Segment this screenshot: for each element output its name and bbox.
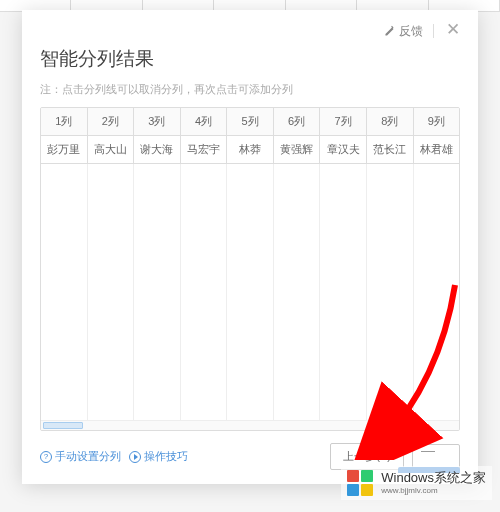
feedback-link[interactable]: 反馈 — [383, 23, 423, 40]
scrollbar-thumb[interactable] — [43, 422, 83, 429]
col-header: 6列 — [274, 108, 321, 135]
table-cell: 高大山 — [88, 136, 135, 163]
windows-logo-icon — [347, 470, 377, 496]
table-cell: 马宏宇 — [181, 136, 228, 163]
preview-table[interactable]: 1列 2列 3列 4列 5列 6列 7列 8列 9列 彭万里 高大山 谢大海 马… — [40, 107, 460, 431]
col-header: 4列 — [181, 108, 228, 135]
feedback-label: 反馈 — [399, 23, 423, 40]
col-header: 1列 — [41, 108, 88, 135]
col-header: 8列 — [367, 108, 414, 135]
tips-link[interactable]: 操作技巧 — [129, 449, 188, 464]
dialog-note: 注：点击分列线可以取消分列，再次点击可添加分列 — [40, 82, 460, 97]
gear-icon — [40, 451, 52, 463]
table-cell: 范长江 — [367, 136, 414, 163]
edit-icon — [383, 25, 396, 38]
table-cell: 林莽 — [227, 136, 274, 163]
divider — [433, 24, 434, 38]
col-header: 9列 — [414, 108, 460, 135]
col-header: 2列 — [88, 108, 135, 135]
watermark: Windows系统之家 www.bjjmlv.com — [341, 466, 492, 500]
col-header: 3列 — [134, 108, 181, 135]
dialog-title: 智能分列结果 — [40, 46, 460, 72]
table-cell: 谢大海 — [134, 136, 181, 163]
table-empty-area[interactable] — [41, 164, 459, 420]
table-cell: 彭万里 — [41, 136, 88, 163]
watermark-url: www.bjjmlv.com — [381, 486, 486, 496]
horizontal-scrollbar[interactable] — [41, 420, 459, 430]
table-row: 彭万里 高大山 谢大海 马宏宇 林莽 黄强辉 章汉夫 范长江 林君雄 — [41, 136, 459, 164]
watermark-title: Windows系统之家 — [381, 470, 486, 486]
col-header: 7列 — [320, 108, 367, 135]
table-header-row: 1列 2列 3列 4列 5列 6列 7列 8列 9列 — [41, 108, 459, 136]
smart-split-dialog: 反馈 ✕ 智能分列结果 注：点击分列线可以取消分列，再次点击可添加分列 1列 2… — [22, 10, 478, 484]
table-cell: 章汉夫 — [320, 136, 367, 163]
table-cell: 林君雄 — [414, 136, 460, 163]
tips-label: 操作技巧 — [144, 449, 188, 464]
col-header: 5列 — [227, 108, 274, 135]
table-cell: 黄强辉 — [274, 136, 321, 163]
manual-settings-label: 手动设置分列 — [55, 449, 121, 464]
close-icon[interactable]: ✕ — [444, 22, 462, 40]
manual-settings-link[interactable]: 手动设置分列 — [40, 449, 121, 464]
play-icon — [129, 451, 141, 463]
